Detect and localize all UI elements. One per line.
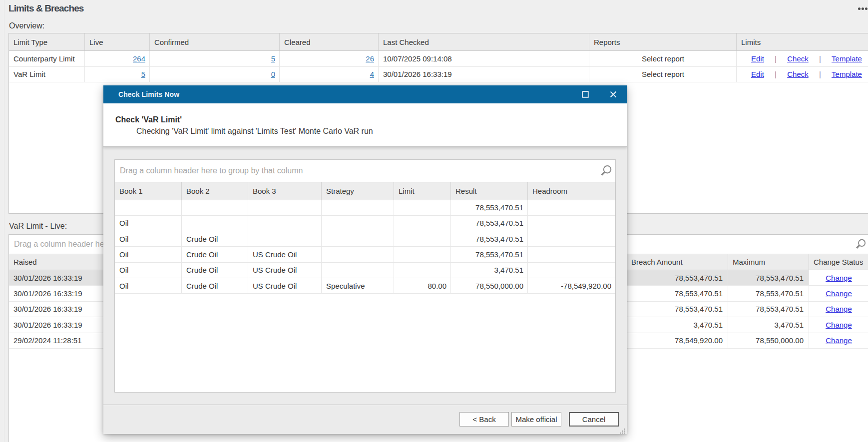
live-count-cell: 264	[85, 51, 150, 66]
limits-breaches-page: Limits & Breaches Overview: Limit Type L…	[0, 0, 868, 442]
last-checked-cell: 10/07/2025 09:14:08	[379, 51, 589, 66]
maximum-cell: 78,553,470.51	[728, 286, 809, 301]
result-cell: 78,553,470.51	[451, 231, 528, 246]
ellipsis-icon	[865, 7, 868, 10]
book1-cell: Oil	[115, 278, 182, 293]
result-row[interactable]: Oil Crude Oil US Crude Oil 78,553,470.51	[115, 247, 615, 262]
book2-cell: Crude Oil	[182, 231, 248, 246]
change-link[interactable]: Change	[826, 305, 852, 313]
select-report-dropdown[interactable]: Select report	[642, 70, 684, 78]
back-button[interactable]: < Back	[459, 412, 509, 427]
column-header-book2[interactable]: Book 2	[182, 182, 248, 200]
column-header-limit[interactable]: Limit	[394, 182, 451, 200]
headroom-cell	[528, 200, 615, 215]
search-icon[interactable]	[855, 238, 867, 250]
change-status-cell: Change	[809, 286, 868, 301]
column-header-cleared[interactable]: Cleared	[280, 33, 379, 50]
column-header-headroom[interactable]: Headroom	[528, 182, 615, 200]
cleared-count-cell: 26	[280, 51, 379, 66]
var-limit-live-label: VaR Limit - Live:	[9, 222, 67, 231]
column-header-breach-amount[interactable]: Breach Amount	[627, 254, 728, 270]
book1-cell: Oil	[115, 216, 182, 231]
limit-cell	[394, 247, 451, 262]
book2-cell: Crude Oil	[182, 278, 248, 293]
confirmed-count-link[interactable]: 0	[271, 70, 275, 78]
live-count-cell: 5	[85, 67, 150, 82]
template-link[interactable]: Template	[832, 70, 862, 78]
column-header-live[interactable]: Live	[85, 33, 150, 50]
strategy-cell: Speculative	[322, 278, 394, 293]
change-status-cell: Change	[809, 270, 868, 285]
cancel-button[interactable]: Cancel	[569, 412, 619, 427]
breach-amount-cell: 78,553,470.51	[627, 302, 728, 317]
column-header-confirmed[interactable]: Confirmed	[150, 33, 280, 50]
change-link[interactable]: Change	[826, 321, 852, 329]
change-link[interactable]: Change	[826, 336, 852, 345]
book3-cell	[248, 200, 322, 215]
more-options-button[interactable]	[858, 6, 868, 10]
dialog-title: Check Limits Now	[118, 85, 179, 103]
cleared-count-link[interactable]: 4	[370, 70, 374, 78]
overview-label: Overview:	[9, 21, 44, 30]
column-header-limits[interactable]: Limits	[737, 33, 868, 50]
dialog-titlebar[interactable]: Check Limits Now	[103, 85, 627, 103]
strategy-cell	[322, 231, 394, 246]
search-icon[interactable]	[599, 164, 612, 177]
check-link[interactable]: Check	[787, 70, 809, 78]
template-link[interactable]: Template	[832, 54, 862, 63]
result-row[interactable]: Oil Crude Oil US Crude Oil Speculative 8…	[115, 278, 615, 294]
book3-cell	[248, 216, 322, 231]
result-row[interactable]: Oil Crude Oil 78,553,470.51	[115, 231, 615, 247]
cleared-count-cell: 4	[280, 67, 379, 82]
column-header-limit-type[interactable]: Limit Type	[9, 33, 85, 50]
headroom-cell	[528, 247, 615, 262]
column-header-change-status[interactable]: Change Status	[809, 254, 868, 270]
result-row[interactable]: 78,553,470.51	[115, 200, 615, 216]
maximize-icon[interactable]	[582, 91, 589, 98]
confirmed-count-link[interactable]: 5	[271, 54, 275, 63]
column-header-last-checked[interactable]: Last Checked	[379, 33, 589, 50]
dialog-header: Check 'VaR Limit' Checking 'VaR Limit' l…	[103, 103, 627, 147]
confirmed-count-cell: 0	[150, 67, 280, 82]
check-link[interactable]: Check	[787, 54, 809, 63]
maximum-cell: 78,553,470.51	[728, 302, 809, 317]
book1-cell	[115, 200, 182, 215]
limit-actions-cell: Edit | Check | Template	[737, 67, 868, 82]
resize-grip-icon[interactable]	[619, 428, 626, 435]
confirmed-count-cell: 5	[150, 51, 280, 66]
dialog-subheading: Checking 'VaR Limit' limit against 'Limi…	[136, 127, 373, 136]
last-checked-cell: 30/01/2026 16:33:19	[379, 67, 589, 82]
result-row[interactable]: Oil Crude Oil US Crude Oil 3,470.51	[115, 263, 615, 278]
limit-cell: 80.00	[394, 278, 451, 293]
breach-amount-cell: 3,470.51	[627, 317, 728, 332]
cleared-count-link[interactable]: 26	[366, 54, 374, 63]
change-link[interactable]: Change	[826, 274, 852, 282]
result-row[interactable]: Oil 78,553,470.51	[115, 216, 615, 231]
dialog-group-by-bar[interactable]: Drag a column header here to group by th…	[115, 160, 615, 182]
edit-link[interactable]: Edit	[751, 70, 764, 78]
page-title: Limits & Breaches	[8, 3, 84, 14]
select-report-dropdown[interactable]: Select report	[642, 54, 684, 63]
live-count-link[interactable]: 264	[133, 54, 145, 63]
column-header-book1[interactable]: Book 1	[115, 182, 182, 200]
change-link[interactable]: Change	[826, 289, 852, 298]
limit-actions-cell: Edit | Check | Template	[737, 51, 868, 66]
change-status-cell: Change	[809, 333, 868, 348]
select-report-cell: Select report	[589, 51, 737, 66]
column-header-maximum[interactable]: Maximum	[728, 254, 809, 270]
column-header-book3[interactable]: Book 3	[248, 182, 322, 200]
live-count-link[interactable]: 5	[141, 70, 145, 78]
limit-type-cell: VaR Limit	[9, 67, 85, 82]
make-official-button[interactable]: Make official	[511, 412, 561, 427]
ellipsis-icon	[862, 7, 864, 10]
column-header-strategy[interactable]: Strategy	[322, 182, 394, 200]
edit-link[interactable]: Edit	[751, 54, 764, 63]
column-header-result[interactable]: Result	[451, 182, 528, 200]
result-cell: 78,553,470.51	[451, 200, 528, 215]
close-icon[interactable]	[610, 91, 617, 98]
book2-cell	[182, 216, 248, 231]
result-cell: 78,553,470.51	[451, 216, 528, 231]
column-header-reports[interactable]: Reports	[589, 33, 737, 50]
result-cell: 78,550,000.00	[451, 278, 528, 293]
change-status-cell: Change	[809, 317, 868, 332]
